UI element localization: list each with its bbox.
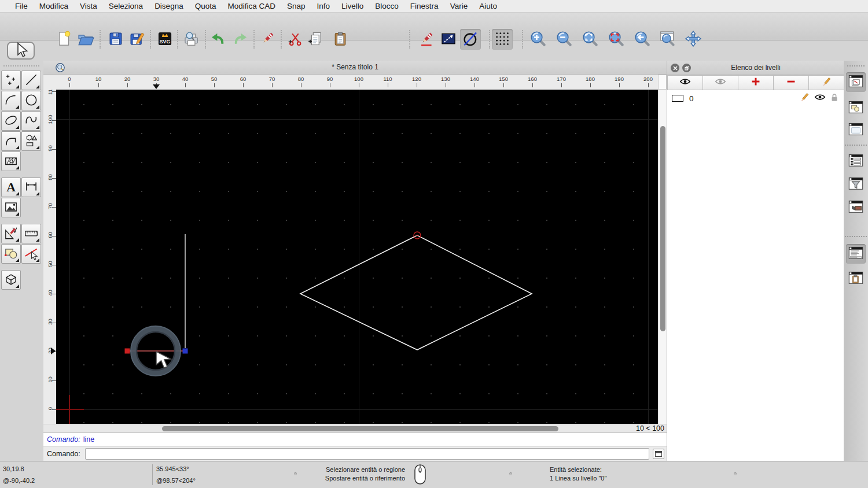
v-ruler-label: 70 <box>47 201 53 212</box>
command-input[interactable] <box>85 448 649 460</box>
layer-panel-plus-red-button[interactable] <box>738 75 774 90</box>
command-dock-button[interactable] <box>653 449 664 459</box>
draw-dimension-button[interactable] <box>21 178 41 197</box>
submenu-triangle <box>36 85 39 88</box>
draw-arc-button[interactable] <box>1 91 21 110</box>
h-ruler-tick <box>648 83 649 87</box>
menu-seleziona[interactable]: Seleziona <box>103 0 149 13</box>
main-toolbar: SVG <box>0 13 868 40</box>
select-entity-button[interactable] <box>21 244 41 264</box>
draw-polygon-button[interactable] <box>21 131 41 151</box>
dock-pen-toolbar-button[interactable] <box>846 198 866 217</box>
h-ruler-label: 100 <box>354 76 363 82</box>
handle-end[interactable] <box>183 349 188 354</box>
layer-panel-titlebar[interactable]: Elenco dei livelli <box>667 61 844 75</box>
dock-layer-list-button[interactable] <box>846 72 866 92</box>
v-ruler-cursor-marker <box>51 347 56 354</box>
menu-info[interactable]: Info <box>311 0 336 13</box>
diamond-entity[interactable] <box>300 235 532 350</box>
menu-vista[interactable]: Vista <box>74 0 103 13</box>
layer-row[interactable]: 0 <box>667 91 844 105</box>
h-ruler-label: 10 <box>95 76 102 82</box>
layer-panel-pencil-button[interactable] <box>809 75 844 90</box>
command-history-value: line <box>83 435 94 443</box>
menu-livello[interactable]: Livello <box>336 0 369 13</box>
draw-ellipse-button[interactable] <box>1 111 21 131</box>
layer-lock-icon[interactable] <box>829 93 840 105</box>
dock-strip-separator <box>845 236 867 237</box>
submenu-triangle <box>16 212 19 216</box>
horizontal-scrollbar[interactable]: 10 < 100 <box>43 424 667 432</box>
submenu-triangle <box>16 192 19 195</box>
v-ruler-tick <box>52 265 56 265</box>
h-ruler-label: 120 <box>412 76 421 82</box>
menu-modifica[interactable]: Modifica <box>34 0 74 13</box>
dock-command-line-button[interactable] <box>846 244 866 264</box>
select-arrow-tool-button[interactable] <box>7 42 35 60</box>
drawing-canvas[interactable] <box>56 90 658 424</box>
menu-finestra[interactable]: Finestra <box>404 0 444 13</box>
v-ruler-tick <box>52 207 56 208</box>
draw-spline-button[interactable] <box>21 111 41 131</box>
draw-circle-button[interactable] <box>21 91 41 110</box>
menu-blocco[interactable]: Blocco <box>369 0 404 13</box>
menu-quota[interactable]: Quota <box>189 0 222 13</box>
layer-panel-eye-black-button[interactable] <box>667 75 703 90</box>
layer-color-swatch[interactable] <box>672 95 683 102</box>
menu-aiuto[interactable]: Aiuto <box>473 0 503 13</box>
menu-varie[interactable]: Varie <box>444 0 474 13</box>
dock-clipboard-button[interactable] <box>846 269 866 289</box>
palette-drag-handle[interactable] <box>3 65 39 66</box>
layer-panel-title: Elenco dei livelli <box>667 64 844 72</box>
h-ruler-label: 20 <box>124 76 131 82</box>
scrollbar-corner-button[interactable] <box>658 75 667 90</box>
draw-points-button[interactable] <box>1 71 21 90</box>
menu-modifica-cad[interactable]: Modifica CAD <box>222 0 281 13</box>
layer-edit-pencil-icon[interactable] <box>798 91 811 106</box>
h-ruler-label: 190 <box>615 76 624 82</box>
h-ruler-label: 40 <box>182 76 189 82</box>
block-tools-button[interactable] <box>1 244 21 264</box>
dock-strip-separator <box>845 145 867 146</box>
window-icon <box>655 451 662 457</box>
layer-panel-minus-red-button[interactable] <box>774 75 809 90</box>
dock-layer-list-icon <box>848 73 864 91</box>
layer-visible-eye-icon[interactable] <box>814 91 826 106</box>
submenu-triangle <box>36 258 39 262</box>
h-ruler-tick <box>417 83 417 87</box>
horizontal-scrollbar-thumb[interactable] <box>162 426 558 431</box>
select-arrow-icon <box>12 41 30 60</box>
dock-library-button[interactable] <box>846 120 866 140</box>
dock-strip-handle[interactable] <box>847 65 865 66</box>
layer-panel-eye-gray-button[interactable] <box>703 75 738 90</box>
insert-image-button[interactable] <box>1 198 21 217</box>
dock-entity-list-button[interactable] <box>846 151 866 171</box>
dock-block-list-button[interactable] <box>846 98 866 118</box>
dock-filter-icon <box>848 176 864 194</box>
vertical-scrollbar-thumb[interactable] <box>660 126 665 331</box>
h-ruler-tick <box>446 83 446 87</box>
document-titlebar[interactable]: * Senza titolo 1 <box>43 61 667 75</box>
v-ruler-label: 110 <box>47 90 53 97</box>
menu-disegna[interactable]: Disegna <box>149 0 189 13</box>
draw-polyline-button[interactable] <box>1 131 21 151</box>
draw-hatch-button[interactable] <box>1 151 21 171</box>
dock-filter-button[interactable] <box>846 175 866 194</box>
menu-snap[interactable]: Snap <box>281 0 311 13</box>
h-ruler-tick <box>503 83 504 87</box>
submenu-triangle <box>16 125 19 129</box>
vertical-scrollbar[interactable] <box>658 90 667 424</box>
v-ruler-tick <box>52 294 56 294</box>
draw-line-button[interactable] <box>21 71 41 90</box>
handle-start[interactable] <box>125 349 130 354</box>
relative-coordinates: @-90,-40.2 <box>3 477 35 484</box>
draw-text-button[interactable]: A <box>1 178 21 197</box>
cube-3d-button[interactable] <box>1 270 21 290</box>
menu-file[interactable]: File <box>9 0 34 13</box>
measure-tools-button[interactable] <box>21 224 41 243</box>
selection-status: Entità selezionate: 1 Linea su livello "… <box>550 465 606 483</box>
v-ruler-tick <box>52 120 56 121</box>
layer-panel-toolbar <box>667 75 844 90</box>
h-ruler-tick <box>532 83 533 87</box>
modify-tools-button[interactable] <box>1 224 21 243</box>
